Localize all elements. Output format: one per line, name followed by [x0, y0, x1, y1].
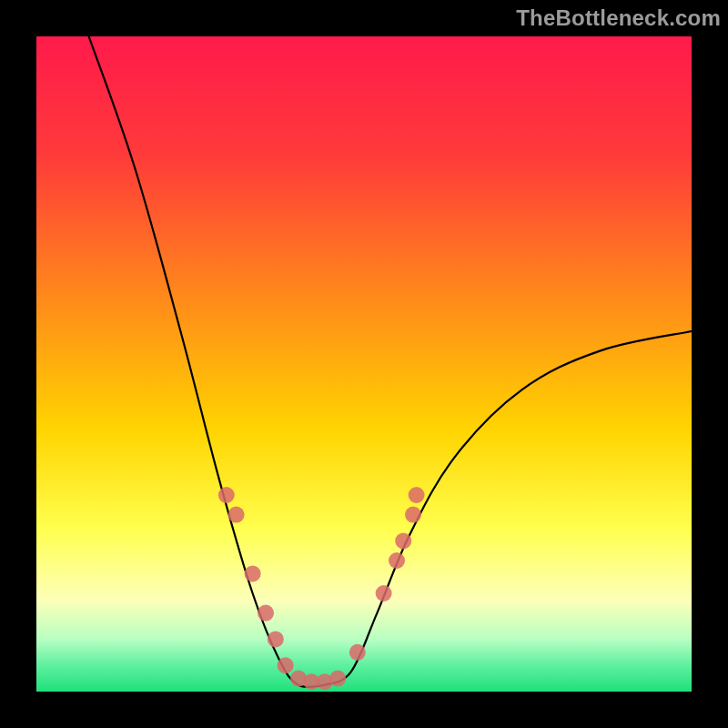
data-point	[376, 585, 392, 602]
data-point	[329, 671, 346, 687]
watermark-text: TheBottleneck.com	[516, 5, 721, 31]
data-point	[245, 565, 261, 581]
data-point	[228, 507, 245, 523]
data-point	[278, 657, 294, 673]
data-point	[258, 605, 274, 622]
data-point	[409, 487, 425, 503]
data-point	[268, 631, 284, 647]
data-point	[405, 507, 421, 523]
data-point	[218, 487, 235, 503]
data-point	[389, 552, 405, 569]
bottleneck-chart	[36, 36, 692, 692]
chart-frame	[36, 36, 692, 692]
data-point	[395, 532, 411, 549]
gradient-background	[36, 36, 692, 692]
data-point	[349, 644, 366, 661]
